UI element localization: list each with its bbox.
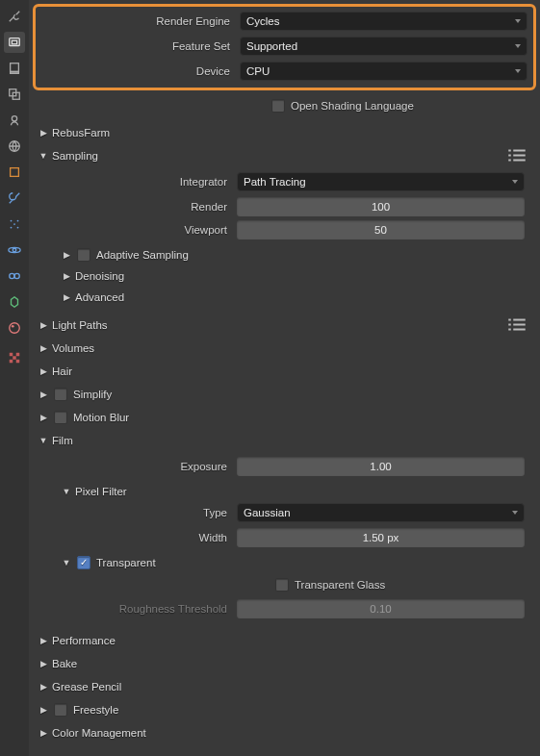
exposure-label: Exposure [39, 461, 237, 472]
sampling-body: Integrator Path Tracing Render 100 Viewp… [39, 167, 540, 314]
disclosure-icon [39, 636, 48, 645]
scene-tab-icon[interactable] [4, 110, 25, 131]
transparent-glass-checkbox[interactable] [275, 578, 289, 592]
render-samples-field[interactable]: 100 [237, 197, 525, 216]
adaptive-sampling-checkbox[interactable] [77, 248, 90, 262]
particle-tab-icon[interactable] [4, 214, 25, 235]
svg-rect-1 [12, 40, 16, 44]
panel-volumes[interactable]: Volumes [39, 337, 540, 360]
subpanel-transparent[interactable]: Transparent [62, 552, 525, 573]
disclosure-icon [39, 151, 48, 161]
svg-point-13 [13, 248, 16, 252]
texture-tab-icon[interactable] [4, 347, 25, 368]
svg-point-11 [11, 227, 13, 229]
viewlayer-tab-icon[interactable] [4, 84, 25, 105]
subpanel-adaptive-sampling[interactable]: Adaptive Sampling [62, 244, 525, 265]
material-tab-icon[interactable] [4, 317, 25, 339]
svg-rect-2 [11, 63, 19, 72]
svg-rect-21 [13, 356, 16, 360]
output-tab-icon[interactable] [4, 58, 25, 79]
svg-point-16 [14, 273, 19, 278]
panel-color-management[interactable]: Color Management [39, 721, 540, 744]
roughness-threshold-label: Roughness Threshold [39, 603, 237, 615]
device-dropdown[interactable]: CPU [240, 62, 527, 81]
roughness-threshold-field: 0.10 [237, 599, 525, 618]
svg-point-5 [12, 116, 16, 121]
disclosure-icon [39, 728, 48, 738]
freestyle-checkbox[interactable] [54, 703, 67, 717]
object-tab-icon[interactable] [4, 162, 25, 183]
modifier-tab-icon[interactable] [4, 188, 25, 209]
osl-checkbox[interactable] [271, 99, 285, 113]
disclosure-icon [39, 682, 48, 692]
render-engine-dropdown[interactable]: Cycles [240, 12, 527, 31]
film-body: Exposure 1.00 Pixel Filter Type Gaussian… [39, 452, 540, 629]
panel-film[interactable]: Film [39, 429, 540, 452]
render-tab-icon[interactable] [4, 32, 25, 53]
panel-light-paths[interactable]: Light Paths [39, 314, 540, 337]
subpanel-pixel-filter[interactable]: Pixel Filter [62, 481, 525, 502]
exposure-field[interactable]: 1.00 [237, 457, 525, 476]
integrator-label: Integrator [39, 176, 237, 188]
svg-rect-23 [16, 360, 20, 364]
filter-width-field[interactable]: 1.50 px [237, 528, 525, 547]
disclosure-icon [62, 250, 71, 260]
svg-point-15 [10, 273, 14, 278]
feature-set-dropdown[interactable]: Supported [240, 37, 527, 56]
panel-motion-blur[interactable]: Motion Blur [39, 406, 540, 429]
constraint-tab-icon[interactable] [4, 265, 25, 287]
svg-point-12 [17, 227, 19, 229]
render-engine-section: Render Engine Cycles Feature Set Support… [33, 4, 536, 90]
panel-grease-pencil[interactable]: Grease Pencil [39, 675, 540, 698]
feature-set-label: Feature Set [41, 40, 240, 52]
svg-rect-20 [16, 353, 20, 357]
properties-tab-column [0, 0, 29, 756]
panel-simplify[interactable]: Simplify [39, 383, 540, 406]
integrator-dropdown[interactable]: Path Tracing [237, 172, 525, 191]
properties-panel: Render Engine Cycles Feature Set Support… [29, 0, 540, 756]
disclosure-icon [39, 343, 48, 353]
svg-point-8 [11, 220, 13, 222]
panel-hair[interactable]: Hair [39, 360, 540, 383]
render-engine-label: Render Engine [41, 15, 240, 27]
svg-rect-19 [10, 353, 13, 357]
device-label: Device [41, 65, 240, 77]
filter-type-dropdown[interactable]: Gaussian [237, 503, 525, 522]
disclosure-icon [62, 271, 71, 281]
svg-point-18 [12, 325, 14, 328]
subpanel-advanced[interactable]: Advanced [62, 287, 525, 308]
filter-type-label: Type [39, 507, 237, 518]
disclosure-icon [62, 558, 71, 567]
disclosure-icon [39, 320, 48, 330]
panel-bake[interactable]: Bake [39, 652, 540, 675]
disclosure-icon [62, 487, 71, 496]
viewport-samples-field[interactable]: 50 [237, 220, 525, 239]
svg-point-9 [17, 220, 19, 222]
panel-sampling[interactable]: Sampling [39, 144, 540, 167]
disclosure-icon [39, 436, 48, 445]
disclosure-icon [39, 705, 48, 715]
svg-rect-7 [11, 168, 19, 177]
subpanel-denoising[interactable]: Denoising [62, 265, 525, 287]
filter-width-label: Width [39, 532, 237, 543]
disclosure-icon [39, 390, 48, 399]
simplify-checkbox[interactable] [54, 388, 67, 401]
panel-performance[interactable]: Performance [39, 629, 540, 652]
disclosure-icon [62, 292, 71, 302]
preset-icon[interactable] [507, 317, 527, 333]
preset-icon[interactable] [507, 148, 527, 164]
panel-freestyle[interactable]: Freestyle [39, 698, 540, 721]
motion-blur-checkbox[interactable] [54, 411, 67, 424]
data-tab-icon[interactable] [4, 291, 25, 313]
panel-list: RebusFarm Sampling Integrator Path Traci… [29, 121, 540, 756]
panel-rebusfarm[interactable]: RebusFarm [39, 121, 540, 144]
svg-rect-22 [10, 360, 13, 364]
transparent-checkbox[interactable] [77, 556, 90, 569]
svg-point-10 [13, 223, 15, 225]
render-samples-label: Render [39, 201, 237, 213]
tool-tab-icon[interactable] [4, 6, 25, 27]
disclosure-icon [39, 128, 48, 138]
disclosure-icon [39, 413, 48, 422]
world-tab-icon[interactable] [4, 136, 25, 157]
physics-tab-icon[interactable] [4, 239, 25, 261]
